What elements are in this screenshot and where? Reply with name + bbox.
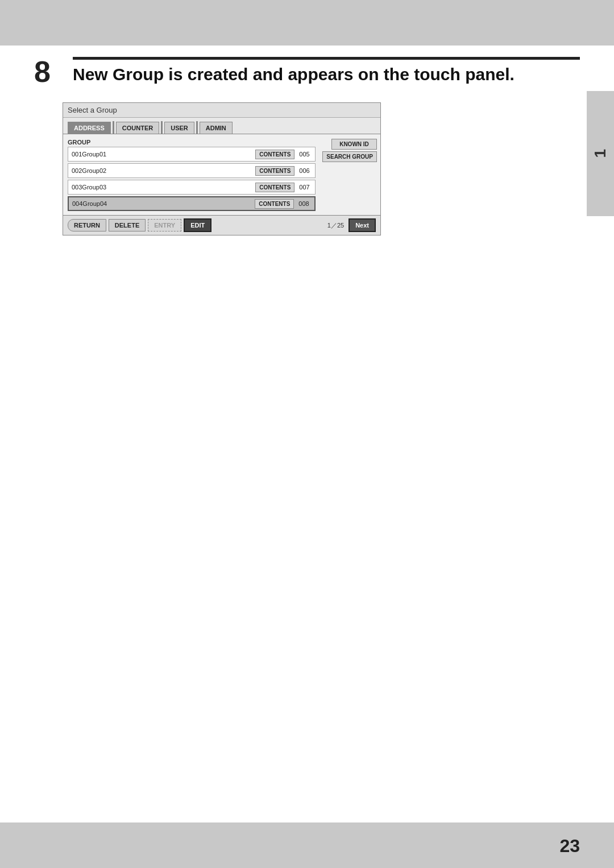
next-button[interactable]: Next	[349, 218, 376, 232]
known-id-button[interactable]: KNOWN ID	[331, 139, 377, 150]
tab-row: ADDRESS COUNTER USER ADMIN	[63, 118, 380, 134]
row-name-1: 001Group01	[68, 151, 255, 158]
panel-title: Select a Group	[68, 106, 117, 114]
panel-main: GROUP 001Group01 CONTENTS 005 002Group02…	[63, 137, 320, 213]
right-tab: 1	[587, 91, 614, 216]
table-row[interactable]: 004Group04 CONTENTS 008	[68, 196, 316, 211]
step-heading: 8 New Group is created and appears on th…	[34, 57, 580, 86]
tab-address[interactable]: ADDRESS	[68, 122, 111, 134]
table-row[interactable]: 002Group02 CONTENTS 006	[68, 163, 316, 178]
action-bar: RETURN DELETE ENTRY EDIT 1／25 Next	[63, 215, 380, 235]
tab-number: 1	[591, 149, 609, 158]
return-button[interactable]: RETURN	[68, 219, 106, 232]
row-name-2: 002Group02	[68, 167, 255, 174]
panel: Select a Group ADDRESS COUNTER USER ADMI…	[63, 102, 381, 235]
page-number: 23	[559, 836, 580, 857]
edit-button[interactable]: EDIT	[184, 218, 211, 232]
entry-button[interactable]: ENTRY	[148, 219, 181, 232]
group-label: GROUP	[63, 137, 320, 147]
step-line	[73, 57, 580, 60]
bottom-bar: 23	[0, 822, 614, 868]
group-rows: 001Group01 CONTENTS 005 002Group02 CONTE…	[63, 147, 320, 211]
contents-button-4[interactable]: CONTENTS	[255, 199, 294, 209]
tab-separator-3	[196, 121, 198, 134]
row-name-3: 003Group03	[68, 184, 255, 191]
tab-admin[interactable]: ADMIN	[200, 122, 233, 134]
step-title: New Group is created and appears on the …	[73, 64, 580, 85]
table-row[interactable]: 001Group01 CONTENTS 005	[68, 147, 316, 162]
tab-separator-1	[113, 121, 114, 134]
row-number-4: 008	[294, 200, 314, 207]
delete-button[interactable]: DELETE	[109, 219, 146, 232]
row-name-4: 004Group04	[69, 200, 255, 207]
row-number-3: 007	[294, 184, 315, 191]
top-bar	[0, 0, 614, 46]
contents-button-3[interactable]: CONTENTS	[255, 183, 294, 192]
panel-container: Select a Group ADDRESS COUNTER USER ADMI…	[63, 102, 580, 235]
contents-button-1[interactable]: CONTENTS	[255, 150, 294, 159]
step-number: 8	[34, 57, 63, 86]
panel-body: GROUP 001Group01 CONTENTS 005 002Group02…	[63, 134, 380, 215]
tab-counter[interactable]: COUNTER	[116, 122, 159, 134]
page-info: 1／25	[327, 221, 344, 230]
panel-side: KNOWN ID SEARCH GROUP	[320, 137, 380, 213]
search-group-button[interactable]: SEARCH GROUP	[322, 151, 377, 162]
table-row[interactable]: 003Group03 CONTENTS 007	[68, 180, 316, 195]
contents-button-2[interactable]: CONTENTS	[255, 166, 294, 176]
row-number-1: 005	[294, 151, 315, 158]
panel-title-bar: Select a Group	[63, 103, 380, 118]
main-content: 8 New Group is created and appears on th…	[34, 57, 580, 235]
tab-user[interactable]: USER	[164, 122, 194, 134]
tab-separator-2	[161, 121, 163, 134]
row-number-2: 006	[294, 167, 315, 174]
